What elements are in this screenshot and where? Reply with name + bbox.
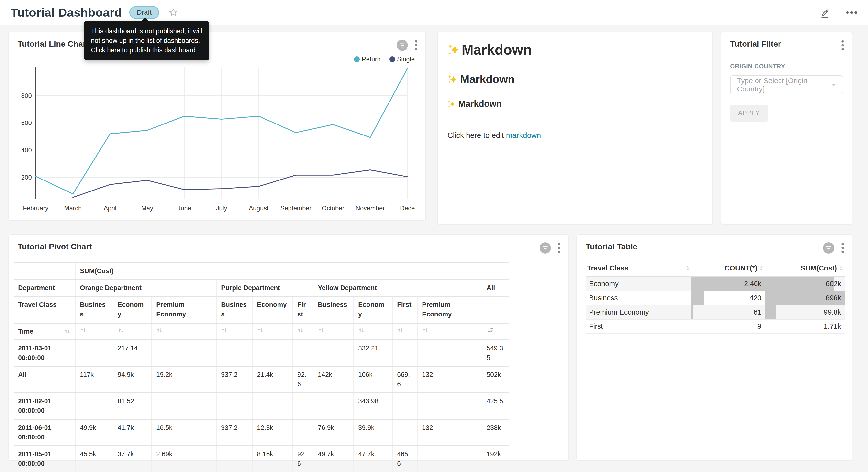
kebab-menu-icon[interactable]: [841, 242, 844, 254]
pivot-cell: [152, 393, 216, 419]
pivot-sort-cell[interactable]: [353, 323, 393, 340]
markdown-edit-link[interactable]: markdown: [506, 131, 541, 140]
pivot-cell: 425.5: [482, 393, 508, 419]
pivot-cell: 47.7k: [353, 446, 393, 472]
pivot-cell: 16.5k: [152, 419, 216, 446]
legend-label: Return: [362, 56, 381, 63]
sort-icon[interactable]: [80, 327, 87, 333]
pivot-row-header: All: [14, 366, 75, 393]
status-badge[interactable]: Draft: [129, 6, 159, 19]
sort-icon[interactable]: [221, 327, 228, 333]
pivot-sort-cell[interactable]: [113, 323, 152, 340]
markdown-panel[interactable]: Markdown Markdown Markdown Click here to…: [437, 32, 713, 225]
pivot-cell: 92.6: [293, 446, 313, 472]
table-col-header[interactable]: Travel Class: [586, 260, 691, 276]
kebab-menu-icon[interactable]: [415, 39, 417, 51]
pivot-cell: 669.6: [393, 366, 417, 393]
pivot-group-header: Yellow Department: [313, 279, 482, 296]
pivot-cell: [417, 446, 482, 472]
pivot-cell: [252, 340, 293, 366]
tooltip-line: not show up in the list of dashboards.: [91, 36, 202, 46]
pivot-sort-cell[interactable]: [417, 323, 482, 340]
sort-icon[interactable]: [318, 327, 324, 333]
sort-icon[interactable]: [156, 327, 163, 333]
line-chart-title: Tutorial Line Chart: [18, 39, 89, 49]
table-row: First91.71k: [586, 319, 844, 333]
pivot-sort-cell[interactable]: [216, 323, 252, 340]
sort-icon[interactable]: [118, 327, 124, 333]
pivot-cell: 117k: [75, 366, 113, 393]
sort-icon[interactable]: [422, 327, 429, 333]
pivot-cell: [393, 393, 417, 419]
origin-country-select[interactable]: Type or Select [Origin Country]: [730, 75, 843, 94]
pivot-time-header: Time: [14, 323, 75, 340]
pivot-cell: [293, 419, 313, 446]
filter-badge-icon[interactable]: [539, 242, 551, 254]
series-line-single: [73, 170, 407, 197]
table-row: Economy2.46k602k: [586, 276, 844, 291]
header-actions: [819, 7, 857, 18]
table-cell-sum: 602k: [765, 276, 844, 291]
pivot-cell: 106k: [353, 366, 393, 393]
legend-item-single[interactable]: Single: [390, 56, 415, 63]
pivot-cell: 132: [417, 419, 482, 446]
x-axis-tick: July: [216, 204, 227, 212]
sort-icon[interactable]: [358, 327, 365, 333]
sort-descending-icon[interactable]: [487, 327, 494, 333]
table-cell-travel-class: Premium Economy: [586, 305, 691, 319]
pivot-sort-cell[interactable]: [293, 323, 313, 340]
pivot-col-header: Business: [313, 296, 353, 323]
pivot-sort-cell[interactable]: [75, 323, 113, 340]
pivot-sort-cell[interactable]: [393, 323, 417, 340]
pivot-cell: [393, 419, 417, 446]
column-sort-icon[interactable]: [839, 265, 843, 271]
y-axis-tick: 400: [21, 147, 32, 154]
pivot-row: 2011-03-01 00:00:00217.14332.21549.35: [14, 340, 508, 366]
pivot-cell: 37.7k: [113, 446, 152, 472]
kebab-menu-icon[interactable]: [558, 242, 561, 254]
pivot-row: 2011-06-01 00:00:0049.9k41.7k16.5k937.21…: [14, 419, 508, 446]
pivot-sort-cell[interactable]: [313, 323, 353, 340]
pivot-cell: 132: [417, 366, 482, 393]
x-axis-tick: June: [178, 204, 191, 212]
pivot-cell: [293, 393, 313, 419]
kebab-menu-icon[interactable]: [841, 39, 844, 51]
table-cell-count: 61: [691, 305, 765, 319]
column-sort-icon[interactable]: [759, 265, 763, 271]
table-col-header[interactable]: COUNT(*): [691, 260, 765, 276]
pivot-sort-cell[interactable]: [252, 323, 293, 340]
pivot-sort-cell[interactable]: [482, 323, 508, 340]
sort-icon[interactable]: [257, 327, 264, 333]
tooltip-line: This dashboard is not published, it will: [91, 26, 202, 36]
filter-badge-icon[interactable]: [823, 242, 834, 254]
y-axis-tick: 200: [21, 174, 32, 181]
favorite-star-icon[interactable]: [168, 7, 178, 18]
legend-dot-icon: [354, 57, 360, 62]
pivot-cell: 19.2k: [152, 366, 216, 393]
sort-icon[interactable]: [297, 327, 304, 333]
filter-badge-icon[interactable]: [397, 40, 408, 51]
pivot-cell: 502k: [482, 366, 508, 393]
chart-legend: ReturnSingle: [9, 51, 426, 63]
pivot-col-header: Premium Economy: [417, 296, 482, 323]
pivot-chart-panel: Tutorial Pivot Chart SUM(Cost)Department…: [8, 234, 569, 461]
pivot-col-header: First: [293, 296, 313, 323]
pivot-cell: [152, 340, 216, 366]
pivot-row-header: 2011-03-01 00:00:00: [14, 340, 75, 366]
filter-panel-title: Tutorial Filter: [730, 39, 781, 49]
pivot-dimension-header: Department: [14, 279, 75, 296]
pivot-sort-cell[interactable]: [152, 323, 216, 340]
sort-icon[interactable]: [64, 328, 71, 335]
pivot-cell: [216, 446, 252, 472]
more-actions-icon[interactable]: [846, 11, 857, 14]
column-sort-icon[interactable]: [686, 265, 690, 271]
apply-button[interactable]: APPLY: [730, 105, 768, 122]
page-title: Tutorial Dashboard: [11, 6, 122, 19]
edit-dashboard-icon[interactable]: [819, 7, 830, 18]
pivot-cell: 41.7k: [113, 419, 152, 446]
pivot-chart-title: Tutorial Pivot Chart: [18, 242, 92, 252]
sort-icon[interactable]: [397, 327, 404, 333]
legend-item-return[interactable]: Return: [354, 56, 381, 63]
pivot-row-header: 2011-05-01 00:00:00: [14, 446, 75, 472]
table-col-header[interactable]: SUM(Cost): [765, 260, 844, 276]
